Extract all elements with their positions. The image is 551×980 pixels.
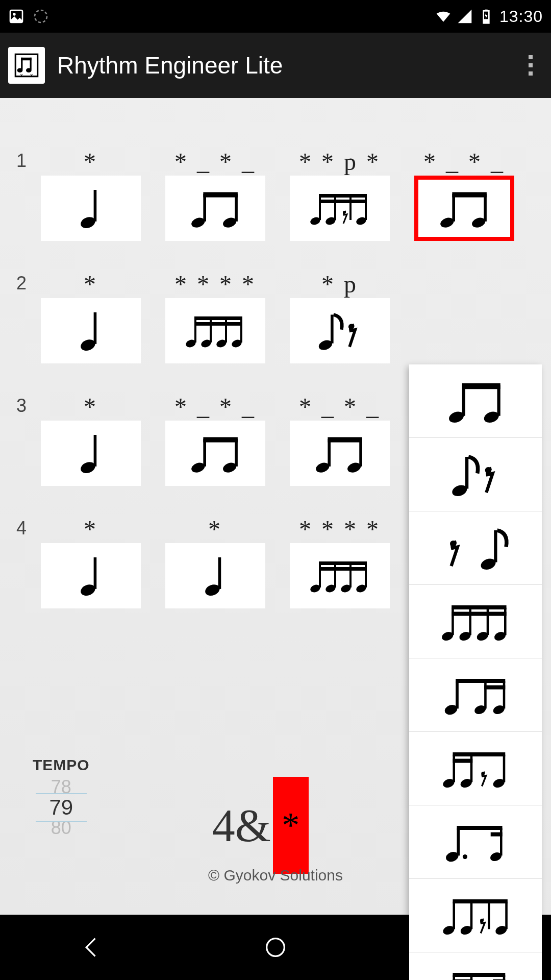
svg-rect-80 xyxy=(484,19,488,22)
rhythm-cell[interactable]: * xyxy=(165,514,265,608)
rhythm-cell[interactable]: * xyxy=(41,270,141,363)
nav-back-button[interactable] xyxy=(71,927,112,968)
rhythm-cell[interactable]: * * p * xyxy=(290,147,390,241)
beat-display: 4& * xyxy=(212,777,309,874)
note-dropdown-menu[interactable] xyxy=(409,364,542,980)
tempo-next: 80 xyxy=(36,818,87,838)
tempo-wheel[interactable]: 78 79 80 xyxy=(36,777,87,838)
tempo-prev: 78 xyxy=(36,777,87,797)
cell-note-icon[interactable] xyxy=(165,298,265,363)
grid-row: 1** _ * _* * p ** _ * _ xyxy=(16,147,535,241)
cell-pattern-label: * _ * _ xyxy=(174,147,256,176)
tempo-current: 79 xyxy=(36,797,87,818)
app-icon: ×× xyxy=(8,47,45,84)
cell-pattern-label: * xyxy=(84,392,98,421)
copyright-text: © Gyokov Solutions xyxy=(208,867,343,884)
rhythm-cell[interactable]: * _ * _ xyxy=(290,392,390,486)
dropdown-option[interactable] xyxy=(409,658,542,732)
cell-pattern-label: * _ * _ xyxy=(299,392,381,421)
main-content: 1** _ * _* * p ** _ * _2** * * ** p3** _… xyxy=(0,98,551,915)
status-bar: 13:30 xyxy=(0,0,551,33)
cell-pattern-label: * * * * xyxy=(299,514,381,543)
rhythm-cell[interactable]: * _ * _ xyxy=(165,392,265,486)
cell-pattern-label: * xyxy=(208,514,222,543)
overflow-menu-button[interactable] xyxy=(518,53,543,78)
cell-pattern-label: * p xyxy=(321,270,358,298)
rhythm-cell[interactable]: * xyxy=(41,392,141,486)
cell-pattern-label: * _ * _ xyxy=(423,147,505,176)
rhythm-cell[interactable]: * * * * xyxy=(165,270,265,363)
beat-highlight: * xyxy=(273,777,309,874)
svg-text:×: × xyxy=(20,72,23,78)
row-number: 4 xyxy=(16,514,41,539)
cell-pattern-label: * xyxy=(84,514,98,543)
dropdown-option[interactable] xyxy=(409,805,542,879)
status-time: 13:30 xyxy=(499,7,543,26)
cell-note-icon[interactable] xyxy=(290,298,390,363)
cell-note-icon[interactable] xyxy=(165,543,265,608)
svg-point-76 xyxy=(13,13,15,15)
dropdown-option[interactable] xyxy=(409,511,542,585)
grid-row: 2** * * ** p xyxy=(16,270,535,363)
dropdown-option[interactable] xyxy=(409,438,542,511)
svg-point-89 xyxy=(267,939,285,957)
cell-note-icon[interactable] xyxy=(41,543,141,608)
cell-note-icon[interactable] xyxy=(290,421,390,486)
svg-rect-79 xyxy=(485,10,487,11)
row-number: 1 xyxy=(16,147,41,172)
cell-pattern-label: * * * * xyxy=(174,270,256,298)
svg-rect-84 xyxy=(21,58,32,60)
dropdown-option[interactable] xyxy=(409,952,542,980)
cell-pattern-label: * xyxy=(84,270,98,298)
signal-icon xyxy=(457,8,473,24)
cell-pattern-label: * * p * xyxy=(299,147,381,176)
image-icon xyxy=(8,8,24,24)
cell-note-icon[interactable] xyxy=(41,298,141,363)
row-number: 3 xyxy=(16,392,41,416)
cell-note-icon[interactable] xyxy=(290,176,390,241)
row-number: 2 xyxy=(16,270,41,294)
dropdown-option[interactable] xyxy=(409,732,542,805)
cell-note-icon[interactable] xyxy=(165,421,265,486)
svg-point-77 xyxy=(35,10,47,22)
app-bar: ×× Rhythm Engineer Lite xyxy=(0,33,551,98)
dropdown-option[interactable] xyxy=(409,364,542,438)
app-title: Rhythm Engineer Lite xyxy=(57,52,283,79)
rhythm-cell[interactable]: * * * * xyxy=(290,514,390,608)
nav-home-button[interactable] xyxy=(255,927,296,968)
dropdown-option[interactable] xyxy=(409,879,542,952)
rhythm-cell[interactable]: * xyxy=(41,147,141,241)
cell-note-icon[interactable] xyxy=(41,421,141,486)
rhythm-cell[interactable]: * _ * _ xyxy=(414,147,514,241)
cell-note-icon[interactable] xyxy=(41,176,141,241)
cell-pattern-label: * xyxy=(84,147,98,176)
cell-note-icon[interactable] xyxy=(414,176,514,241)
wifi-icon xyxy=(435,8,452,24)
battery-icon xyxy=(478,8,494,24)
loading-icon xyxy=(33,8,49,24)
tempo-control[interactable]: TEMPO 78 79 80 xyxy=(33,756,90,838)
rhythm-cell[interactable]: * p xyxy=(290,270,390,363)
cell-note-icon[interactable] xyxy=(290,543,390,608)
beat-text: 4& xyxy=(212,799,271,852)
cell-note-icon[interactable] xyxy=(165,176,265,241)
tempo-label: TEMPO xyxy=(33,756,90,774)
rhythm-cell[interactable]: * _ * _ xyxy=(165,147,265,241)
rhythm-cell[interactable]: * xyxy=(41,514,141,608)
dropdown-option[interactable] xyxy=(409,585,542,658)
svg-text:×: × xyxy=(30,72,33,78)
cell-pattern-label: * _ * _ xyxy=(174,392,256,421)
